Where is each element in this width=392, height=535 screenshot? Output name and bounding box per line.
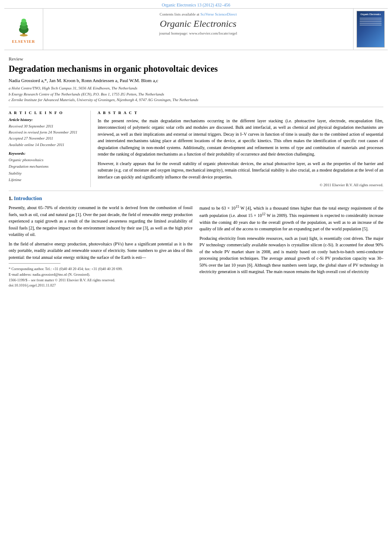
main-content: Review Degradation mechanisms in organic… xyxy=(0,50,392,288)
keyword-3: Stability xyxy=(9,170,85,177)
svg-point-5 xyxy=(19,34,27,37)
copyright: © 2011 Elsevier B.V. All rights reserved… xyxy=(98,183,383,187)
intro-right-para-1: mated to be 63 × 1015 W [4], which is a … xyxy=(200,204,384,232)
article-info-abstract: A R T I C L E I N F O Article history: R… xyxy=(9,111,383,188)
abstract: A B S T R A C T In the present review, t… xyxy=(98,111,383,188)
article-info: A R T I C L E I N F O Article history: R… xyxy=(9,111,91,188)
authors: Nadia Grossiord a,*, Jan M. Kroon b, Ron… xyxy=(9,78,383,83)
article-title: Degradation mechanisms in organic photov… xyxy=(9,63,383,74)
intro-right-para-2: Producing electricity from renewable res… xyxy=(200,235,384,275)
journal-cover: Organic Electronics xyxy=(353,9,388,50)
keyword-4: Lifetime xyxy=(9,177,85,183)
sciverse-link[interactable]: SciVerse ScienceDirect xyxy=(201,12,237,16)
journal-title-area: Contents lists available at SciVerse Sci… xyxy=(43,9,353,50)
keyword-2: Degradation mechanisms xyxy=(9,163,85,170)
journal-citation: Organic Electronics 13 (2012) 432–456 xyxy=(0,0,392,8)
history-online: Available online 14 December 2011 xyxy=(9,142,85,148)
keywords-label: Keywords: xyxy=(9,151,85,156)
history-received: Received 30 September 2011 xyxy=(9,123,85,129)
footnote-email: E-mail address: nadia.grossiord@tno.nl (… xyxy=(9,272,193,277)
sciverse-line: Contents lists available at SciVerse Sci… xyxy=(48,12,349,16)
footnote-issn: 1566-1199/$ – see front matter © 2011 El… xyxy=(9,277,193,283)
intro-para-2: In the field of alternative energy produ… xyxy=(9,241,193,261)
footnote-corresponding: * Corresponding author. Tel.: +31 (0)40 … xyxy=(9,266,193,272)
article-type: Review xyxy=(9,56,383,61)
history-accepted: Accepted 27 November 2011 xyxy=(9,135,85,141)
footnote-divider xyxy=(9,263,61,264)
divider xyxy=(9,107,383,107)
journal-banner: ELSEVIER Contents lists available at Sci… xyxy=(4,8,388,50)
section-divider xyxy=(9,191,383,191)
intro-title-text: Introduction xyxy=(14,195,42,201)
abstract-label: A B S T R A C T xyxy=(98,111,383,115)
intro-right: mated to be 63 × 1015 W [4], which is a … xyxy=(200,204,384,288)
history-label: Article history: xyxy=(9,118,85,122)
abstract-text: In the present review, the main degradat… xyxy=(98,118,383,181)
introduction-section: 1. Introduction Presently, about 65–70% … xyxy=(9,195,383,288)
article-info-label: A R T I C L E I N F O xyxy=(9,111,85,115)
intro-columns: Presently, about 65–70% of electricity c… xyxy=(9,204,383,288)
elsevier-text: ELSEVIER xyxy=(12,39,35,44)
intro-left: Presently, about 65–70% of electricity c… xyxy=(9,204,193,288)
elsevier-logo: ELSEVIER xyxy=(4,9,43,50)
svg-point-4 xyxy=(21,19,26,22)
journal-main-title: Organic Electronics xyxy=(48,18,349,29)
history-revised: Received in revised form 24 November 201… xyxy=(9,129,85,135)
intro-para-1: Presently, about 65–70% of electricity c… xyxy=(9,204,193,238)
cover-title: Organic Electronics xyxy=(360,13,381,16)
journal-homepage: journal homepage: www.elsevier.com/locat… xyxy=(48,31,349,35)
keyword-1: Organic photovoltaics xyxy=(9,157,85,163)
footnote-doi: doi:10.1016/j.orgel.2011.11.027 xyxy=(9,283,193,288)
intro-section-title: 1. Introduction xyxy=(9,195,383,202)
affiliations: a Holst Centre/TNO, High Tech Campus 31,… xyxy=(9,86,383,103)
